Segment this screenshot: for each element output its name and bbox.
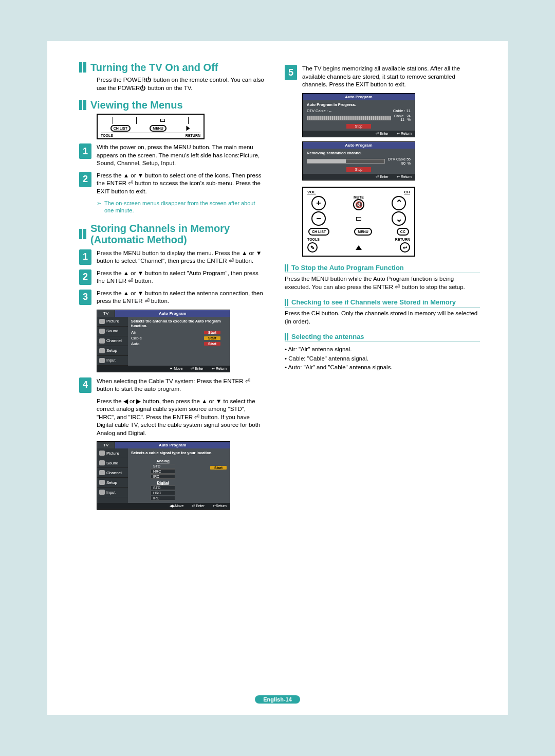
opt-irc-d: IRC [151, 496, 175, 500]
stop-button: Stop [346, 167, 371, 172]
page-footer: English-14 [47, 694, 508, 704]
start-button-selected: Start [204, 336, 220, 340]
row-air: Air [131, 330, 136, 335]
ch-down-button: ⌄ [392, 211, 406, 226]
foot-enter: ⏎ Enter [376, 132, 388, 136]
progress-screen-removing: Auto Program Removing scrambled channel.… [302, 141, 415, 181]
vol-down-button: − [311, 211, 326, 226]
menu-button: MENU [150, 125, 166, 132]
note-text: The on-screen menus disappear from the s… [104, 200, 264, 214]
opt-hrc-d: HRC [151, 491, 175, 495]
section1-body: Press the POWER⏻ button on the remote co… [97, 76, 264, 92]
sound-icon [99, 460, 105, 465]
opt-hrc: HRC [151, 469, 175, 474]
input-icon [99, 358, 105, 363]
foot-return: ↩Return [213, 504, 227, 508]
side-input: Input [106, 490, 116, 495]
s3-step4a: When selecting the Cable TV system: Pres… [97, 377, 264, 393]
chlist-button: CH LIST [110, 125, 131, 132]
tools-label: TOOLS [101, 134, 113, 137]
subheading-checking-channels: Checking to see if Channels were Stored … [285, 298, 480, 308]
section3-step4: 4 When selecting the Cable TV system: Pr… [79, 377, 264, 393]
foot-return: ↩ Return [397, 175, 412, 179]
progress-bar [307, 159, 385, 164]
section2-step2: 2 Press the ▲ or ▼ button to select one … [79, 172, 264, 196]
input-icon [99, 490, 105, 495]
foot-enter: ⏎ Enter [376, 175, 388, 179]
chlist-button: CH LIST [308, 228, 329, 236]
step2-text: Press the ▲ or ▼ button to select one of… [97, 172, 264, 196]
menu2-sidebar: Picture Sound Channel Setup Input [97, 448, 128, 503]
step-number: 5 [285, 65, 297, 80]
tv-menu-auto-program-antenna: TV Auto Program Picture Sound Channel Se… [97, 310, 230, 372]
s3-step4b: Press the ◀ or ▶ button, then press the … [97, 398, 264, 438]
group-analog: Analog [131, 459, 195, 463]
prog1-dtv: DTV Cable : -- [307, 109, 331, 113]
foot-move: ◀▶Move [170, 504, 183, 508]
menu1-desc: Selects the antenna to execute the Auto … [131, 319, 227, 328]
s3-step2-text: Press the ▲ or ▼ button to select "Auto … [97, 269, 264, 285]
s3-step5-text: The TV begins memorizing all available s… [302, 65, 480, 89]
section-turning-on-off: Turning the TV On and Off [79, 62, 264, 73]
section2-title: Viewing the Menus [90, 99, 183, 111]
vol-up-button: + [311, 196, 326, 210]
sound-icon [99, 329, 105, 334]
return-icon: ↩ [400, 242, 410, 253]
section3-step5: 5 The TV begins memorizing all available… [285, 65, 480, 89]
sub2-body: Press the CH button. Only the channels s… [285, 310, 480, 326]
sub1-body: Press the MENU button while the Auto Pro… [285, 275, 480, 291]
prog2-line1: Removing scrambled channel. [307, 151, 411, 155]
manual-page: Turning the TV On and Off Press the POWE… [47, 41, 508, 715]
ch-up-button: ⌃ [392, 196, 406, 210]
section-viewing-menus: Viewing the Menus [79, 99, 264, 111]
side-setup: Setup [106, 348, 117, 353]
side-input: Input [106, 358, 116, 363]
up-arrow-icon [356, 245, 362, 250]
progress-bar [307, 116, 391, 120]
tools-icon: ✎ [307, 242, 318, 253]
menu1-tab-title: Auto Program [115, 310, 230, 317]
foot-enter: ⏎ Enter [191, 367, 203, 371]
menu1-tab-tv: TV [97, 310, 115, 317]
page-number-badge: English-14 [255, 695, 300, 704]
setup-icon [99, 480, 105, 485]
section-storing-channels: Storing Channels in Memory (Automatic Me… [79, 223, 264, 245]
stop-button: Stop [346, 124, 371, 129]
group-digital: Digital [131, 480, 195, 485]
step1-text: With the power on, press the MENU button… [97, 143, 264, 168]
s3-step1-text: Press the MENU button to display the men… [97, 249, 264, 265]
stop-icon [356, 217, 361, 221]
opt-irc: IRC [151, 474, 175, 479]
tools-label: TOOLS [307, 238, 320, 241]
menu-button: MENU [354, 228, 372, 236]
menu2-desc: Selects a cable signal type for your loc… [131, 451, 227, 455]
foot-return: ↩ Return [212, 367, 227, 371]
menu1-sidebar: Picture Sound Channel Setup Input [97, 317, 128, 366]
tv-menu-auto-program-cable-type: TV Auto Program Picture Sound Channel Se… [97, 441, 230, 510]
step-number: 3 [79, 290, 91, 305]
start-button: Start [210, 466, 227, 470]
ch-label: CH [404, 190, 410, 194]
sub3-title: Selecting the antennas [291, 333, 364, 340]
s3-step3-text: Press the ▲ or ▼ button to select the an… [97, 290, 264, 305]
picture-icon [99, 319, 105, 324]
start-button: Start [204, 331, 220, 334]
cc-button: CC [397, 228, 409, 236]
sub1-title: To Stop the Auto Program Function [291, 264, 404, 272]
menu2-tab-tv: TV [97, 442, 115, 448]
mute-button: 🔇 [353, 199, 364, 210]
prog1-percent: Cable 24 11 % [394, 114, 411, 122]
prog2-title: Auto Program [303, 142, 415, 149]
bullet-auto: Auto: "Air" and "Cable" antenna signals. [285, 363, 480, 372]
sub2-title: Checking to see if Channels were Stored … [291, 298, 456, 306]
side-channel: Channel [106, 338, 122, 343]
side-channel: Channel [106, 471, 122, 475]
side-setup: Setup [106, 480, 117, 485]
prog1-cable: Cable : 11 [393, 109, 411, 113]
subheading-selecting-antennas: Selecting the antennas [285, 333, 480, 342]
bullet-cable: Cable: "Cable" antenna signal. [285, 354, 480, 363]
row-cable: Cable [131, 336, 142, 340]
subheading-stop-auto-program: To Stop the Auto Program Function [285, 264, 480, 273]
section2-step1: 1 With the power on, press the MENU butt… [79, 143, 264, 168]
step-number: 1 [79, 249, 91, 265]
